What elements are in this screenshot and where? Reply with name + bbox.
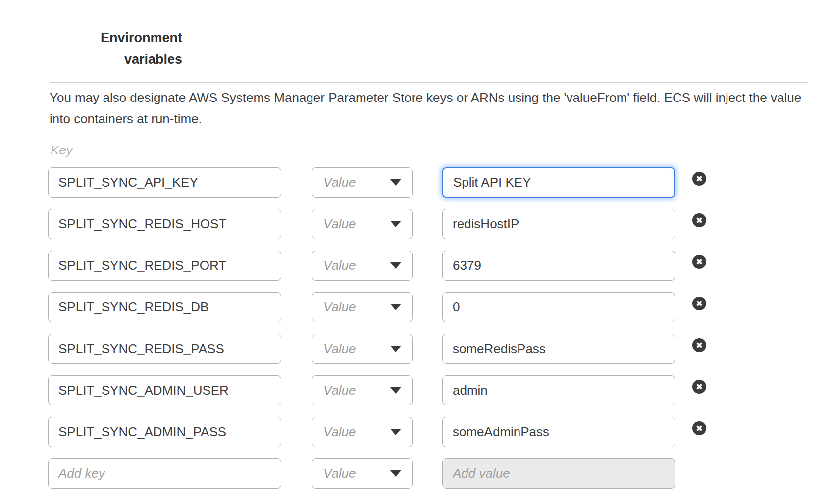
add-value-input [442,458,675,489]
remove-row-button[interactable]: ✖ [692,172,706,186]
env-var-row: Value ✖ [0,334,831,364]
value-type-selected: Value [323,216,356,232]
env-key-input[interactable] [48,251,281,281]
env-var-rows: Value ✖ Value ✖ Value ✖ Value [0,0,831,504]
env-var-row: Value ✖ [0,375,831,405]
env-value-input[interactable] [442,292,675,322]
env-value-input[interactable] [442,417,675,447]
value-type-selected: Value [323,258,356,273]
env-key-input[interactable] [48,167,281,198]
env-var-row: Value ✖ [0,209,831,239]
env-key-input[interactable] [48,417,281,447]
env-value-input-focused[interactable] [442,167,675,198]
value-type-selected: Value [323,341,356,356]
env-var-row: Value ✖ [0,417,831,447]
add-key-input[interactable] [48,458,281,489]
value-type-selected: Value [323,466,356,481]
env-key-input[interactable] [48,209,281,239]
value-type-select[interactable]: Value [312,458,413,489]
caret-down-icon [390,221,401,227]
env-value-input[interactable] [442,375,675,405]
remove-row-button[interactable]: ✖ [692,297,706,310]
env-key-input[interactable] [48,292,281,322]
caret-down-icon [390,346,401,352]
value-type-select[interactable]: Value [312,292,413,322]
remove-row-button[interactable]: ✖ [692,421,706,435]
env-var-row: Value ✖ [0,292,831,322]
caret-down-icon [390,470,401,477]
value-type-select[interactable]: Value [312,167,413,198]
value-type-selected: Value [323,424,356,440]
env-var-row: Value ✖ [0,167,831,198]
value-type-selected: Value [323,300,356,315]
value-type-select[interactable]: Value [312,375,413,405]
value-type-select[interactable]: Value [312,251,413,281]
env-value-input[interactable] [442,251,675,281]
value-type-select[interactable]: Value [312,417,413,447]
caret-down-icon [390,387,401,394]
remove-row-button[interactable]: ✖ [692,255,706,269]
remove-row-button[interactable]: ✖ [692,380,706,394]
value-type-selected: Value [323,175,356,190]
value-type-select[interactable]: Value [312,334,413,364]
env-key-input[interactable] [48,334,281,364]
caret-down-icon [390,429,401,435]
x-circle-icon: ✖ [696,175,703,183]
x-circle-icon: ✖ [696,424,703,433]
caret-down-icon [390,304,401,310]
x-circle-icon: ✖ [696,216,703,225]
env-key-input[interactable] [48,375,281,405]
x-circle-icon: ✖ [696,300,703,308]
caret-down-icon [390,179,401,186]
x-circle-icon: ✖ [696,341,703,350]
remove-row-button[interactable]: ✖ [692,338,706,352]
env-value-input[interactable] [442,209,675,239]
x-circle-icon: ✖ [696,383,703,391]
env-var-row: Value ✖ [0,251,831,281]
remove-row-button[interactable]: ✖ [692,213,706,227]
env-value-input[interactable] [442,334,675,364]
x-circle-icon: ✖ [696,258,703,266]
value-type-select[interactable]: Value [312,209,413,239]
value-type-selected: Value [323,383,356,398]
env-var-new-row: Value [0,458,831,489]
caret-down-icon [390,262,401,269]
